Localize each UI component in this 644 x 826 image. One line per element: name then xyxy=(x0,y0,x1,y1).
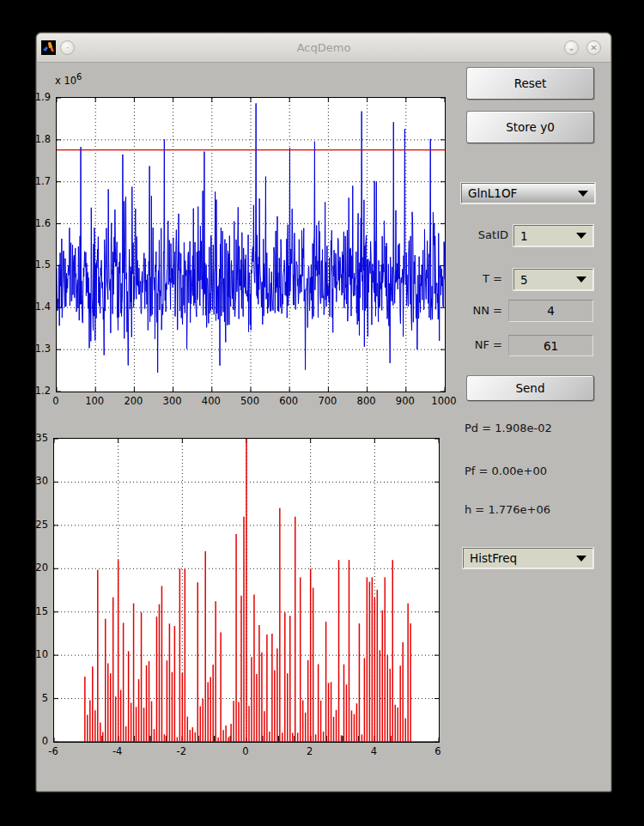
tick-label: 100 xyxy=(77,395,112,407)
nn-field[interactable]: 4 xyxy=(508,300,593,322)
tick-label: 1.6 xyxy=(20,217,51,229)
tick-label: 0 xyxy=(19,735,48,747)
h-readout: h = 1.776e+06 xyxy=(465,503,550,516)
pd-readout: Pd = 1.908e-02 xyxy=(465,422,552,434)
y-axis-multiplier: x 106 xyxy=(55,72,82,87)
acquisition-metric-plot xyxy=(56,97,446,392)
tick-label: 20 xyxy=(19,562,48,574)
tick-label: 600 xyxy=(271,395,306,407)
tick-label: 500 xyxy=(233,395,267,407)
frequency-histogram-plot xyxy=(53,438,440,743)
tick-label: 1.2 xyxy=(20,385,51,397)
tick-label: 5 xyxy=(19,692,48,704)
nf-label: NF = xyxy=(466,338,502,351)
chevron-down-icon[interactable] xyxy=(576,233,586,239)
nn-label: NN = xyxy=(466,304,502,317)
tick-label: 1.9 xyxy=(20,91,51,103)
hist-mode-dropdown[interactable]: HistFreq xyxy=(463,548,593,568)
tick-label: 30 xyxy=(19,475,48,487)
tick-label: 1.8 xyxy=(20,133,51,145)
satid-dropdown[interactable]: 1 xyxy=(513,225,593,246)
tick-label: 6 xyxy=(421,745,455,757)
tick-label: 900 xyxy=(388,395,422,407)
tick-label: 200 xyxy=(116,395,150,407)
signal-select-dropdown[interactable]: GlnL1OF xyxy=(461,183,595,203)
send-button[interactable]: Send xyxy=(466,375,594,401)
chevron-down-icon[interactable] xyxy=(576,556,586,562)
histogram-plot-canvas xyxy=(54,439,439,742)
chevron-down-icon[interactable] xyxy=(578,191,588,197)
pf-readout: Pf = 0.00e+00 xyxy=(465,465,547,477)
desktop-background: · AcqDemo ⌄ ✕ x 106 01002003004005006007… xyxy=(0,0,644,826)
tick-label: -6 xyxy=(36,745,70,757)
close-button[interactable]: ✕ xyxy=(586,40,601,55)
tick-label: 2 xyxy=(293,745,327,757)
store-y0-button[interactable]: Store y0 xyxy=(466,111,594,143)
nf-field[interactable]: 61 xyxy=(508,335,593,356)
tick-label: 800 xyxy=(349,395,384,407)
tick-label: 4 xyxy=(356,745,391,757)
tick-label: 15 xyxy=(19,605,48,617)
t-value: 5 xyxy=(514,273,576,287)
acquisition-plot-canvas xyxy=(57,98,445,392)
minimize-button[interactable]: ⌄ xyxy=(564,40,579,55)
tick-label: -2 xyxy=(164,745,198,757)
t-label: T = xyxy=(464,272,502,285)
tick-label: 25 xyxy=(19,519,48,531)
tick-label: 10 xyxy=(19,648,48,660)
tick-label: 400 xyxy=(194,395,228,407)
tick-label: 1.7 xyxy=(20,175,51,187)
tick-label: 1.3 xyxy=(20,343,51,355)
window-titlebar[interactable]: · AcqDemo ⌄ ✕ xyxy=(37,33,611,63)
tick-label: 700 xyxy=(310,395,344,407)
signal-select-value: GlnL1OF xyxy=(462,186,578,200)
tick-label: 1000 xyxy=(427,395,461,407)
tick-label: 1.4 xyxy=(20,301,51,313)
chevron-down-icon[interactable] xyxy=(576,276,586,282)
hist-mode-value: HistFreq xyxy=(464,551,576,565)
tick-label: 300 xyxy=(155,395,190,407)
satid-value: 1 xyxy=(514,229,576,243)
satid-label: SatID xyxy=(464,228,508,241)
tick-label: 1.5 xyxy=(20,258,51,270)
window-title: AcqDemo xyxy=(37,33,611,62)
reset-button[interactable]: Reset xyxy=(466,67,594,100)
tick-label: 0 xyxy=(39,395,73,407)
tick-label: -4 xyxy=(100,745,135,757)
tick-label: 0 xyxy=(228,745,263,757)
t-dropdown[interactable]: 5 xyxy=(513,269,593,290)
tick-label: 35 xyxy=(19,432,48,444)
